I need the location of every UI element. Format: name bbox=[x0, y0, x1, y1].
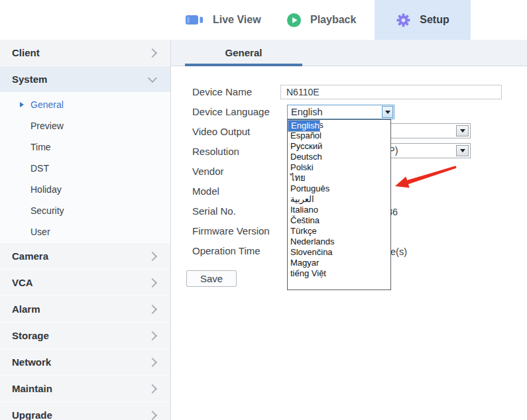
language-dropdown-list: EnglishFrançaisEspañolРусскийDeutschPols… bbox=[287, 119, 391, 290]
settings-sidebar: Client System GeneralPreviewTimeDSTHolid… bbox=[0, 40, 171, 420]
sidebar-item-time[interactable]: Time bbox=[0, 136, 170, 158]
nav-playback-label: Playback bbox=[310, 14, 356, 26]
sidebar-group-network[interactable]: Network bbox=[0, 349, 170, 376]
resolution-dropdown-button[interactable] bbox=[456, 145, 469, 156]
chevron-down-icon bbox=[148, 73, 157, 82]
play-circle-icon bbox=[286, 13, 302, 28]
sidebar-group-label: Alarm bbox=[12, 303, 40, 315]
sidebar-item-label: Security bbox=[30, 205, 64, 216]
sidebar-item-label: Holiday bbox=[30, 184, 62, 195]
sidebar-item-holiday[interactable]: Holiday bbox=[0, 179, 170, 200]
sidebar-item-general[interactable]: General bbox=[0, 94, 170, 115]
serial-no-label: Serial No. bbox=[192, 205, 236, 217]
device-name-label: Device Name bbox=[192, 86, 252, 97]
chevron-right-icon bbox=[148, 278, 157, 287]
sidebar-item-label: General bbox=[30, 99, 64, 110]
sidebar-group-storage[interactable]: Storage bbox=[0, 323, 170, 349]
sidebar-item-preview[interactable]: Preview bbox=[0, 115, 170, 136]
language-option-4[interactable]: Deutsch bbox=[288, 152, 390, 162]
language-option-3[interactable]: Русский bbox=[288, 141, 390, 152]
sidebar-group-vca[interactable]: VCA bbox=[0, 270, 170, 296]
vendor-label: Vendor bbox=[192, 166, 224, 177]
language-option-9[interactable]: Italiano bbox=[288, 205, 390, 215]
language-option-7[interactable]: Português bbox=[288, 184, 390, 194]
sidebar-item-label: DST bbox=[30, 163, 49, 174]
firmware-version-label: Firmware Version bbox=[192, 225, 270, 236]
tab-general[interactable]: General bbox=[185, 40, 302, 66]
chevron-right-icon bbox=[148, 384, 157, 393]
chevron-right-icon bbox=[148, 251, 157, 260]
language-option-11[interactable]: Türkçe bbox=[288, 226, 390, 236]
dropdown-arrow-icon bbox=[460, 129, 465, 132]
device-name-input[interactable] bbox=[280, 85, 502, 99]
resolution-label: Resolution bbox=[192, 146, 239, 157]
tab-active-underline bbox=[185, 64, 302, 66]
sidebar-group-upgrade[interactable]: Upgrade bbox=[0, 402, 170, 420]
device-language-label: Device Language bbox=[192, 106, 270, 117]
active-item-marker-icon bbox=[20, 102, 24, 107]
device-language-select[interactable]: English bbox=[287, 105, 394, 119]
chevron-right-icon bbox=[148, 304, 157, 313]
sidebar-group-client-label: Client bbox=[12, 47, 40, 58]
gear-icon bbox=[396, 13, 411, 28]
dropdown-arrow-icon bbox=[385, 111, 390, 114]
nav-setup-label: Setup bbox=[420, 14, 449, 26]
language-option-13[interactable]: Slovenčina bbox=[288, 247, 390, 258]
save-button[interactable]: Save bbox=[186, 270, 237, 287]
system-subnav: GeneralPreviewTimeDSTHolidaySecurityUser bbox=[0, 93, 170, 243]
device-language-dropdown-button[interactable] bbox=[382, 106, 393, 118]
device-setup-screen: Live View Playback bbox=[0, 0, 527, 420]
top-navigation-bar: Live View Playback bbox=[0, 0, 527, 40]
operation-time-label: Operation Time bbox=[192, 245, 261, 256]
sidebar-group-label: VCA bbox=[12, 277, 33, 288]
sidebar-item-security[interactable]: Security bbox=[0, 200, 170, 221]
operation-time-value-fragment: e(s) bbox=[390, 246, 407, 257]
sidebar-item-label: Time bbox=[30, 142, 51, 152]
language-option-5[interactable]: Polski bbox=[288, 162, 390, 173]
sidebar-group-client[interactable]: Client bbox=[0, 40, 170, 66]
sidebar-group-label: Camera bbox=[12, 250, 48, 262]
model-label: Model bbox=[192, 185, 219, 197]
language-option-12[interactable]: Nederlands bbox=[288, 236, 390, 247]
language-option-14[interactable]: Magyar bbox=[288, 258, 390, 268]
sidebar-group-label: Network bbox=[12, 356, 51, 368]
chevron-right-icon bbox=[148, 48, 157, 57]
device-language-selected-value: English bbox=[291, 107, 323, 117]
sidebar-group-alarm[interactable]: Alarm bbox=[0, 296, 170, 323]
video-output-label: Video Output bbox=[192, 126, 250, 137]
sidebar-group-label: Maintain bbox=[12, 383, 52, 394]
language-option-8[interactable]: العربية bbox=[288, 194, 390, 205]
language-option-0[interactable]: English bbox=[288, 120, 320, 132]
sidebar-item-label: Preview bbox=[30, 121, 64, 131]
language-option-6[interactable]: ไทย bbox=[288, 173, 390, 184]
nav-playback[interactable]: Playback bbox=[286, 0, 356, 40]
content-tab-bar: General bbox=[171, 40, 527, 66]
chevron-right-icon bbox=[148, 357, 157, 366]
chevron-right-icon bbox=[148, 331, 157, 340]
nav-live-view[interactable]: Live View bbox=[186, 0, 261, 40]
sidebar-group-label: Upgrade bbox=[12, 409, 52, 420]
language-option-2[interactable]: Español bbox=[288, 131, 390, 141]
chevron-right-icon bbox=[148, 410, 157, 419]
dropdown-arrow-icon bbox=[460, 149, 465, 152]
language-option-15[interactable]: tiếng Việt bbox=[288, 268, 390, 279]
sidebar-group-label: Storage bbox=[12, 330, 49, 341]
sidebar-group-system-label: System bbox=[12, 74, 47, 85]
language-option-10[interactable]: Čeština bbox=[288, 215, 390, 226]
video-output-dropdown-button[interactable] bbox=[456, 125, 469, 136]
sidebar-lower-groups: CameraVCAAlarmStorageNetworkMaintainUpgr… bbox=[0, 243, 170, 420]
sidebar-group-maintain[interactable]: Maintain bbox=[0, 376, 170, 402]
sidebar-group-camera[interactable]: Camera bbox=[0, 243, 170, 270]
nav-live-view-label: Live View bbox=[213, 14, 261, 26]
sidebar-item-label: User bbox=[30, 227, 50, 237]
sidebar-item-user[interactable]: User bbox=[0, 221, 170, 242]
sidebar-item-dst[interactable]: DST bbox=[0, 158, 170, 179]
sidebar-group-system[interactable]: System bbox=[0, 66, 170, 93]
nav-setup-active-tab[interactable]: Setup bbox=[375, 0, 471, 40]
video-camera-icon bbox=[186, 13, 204, 26]
